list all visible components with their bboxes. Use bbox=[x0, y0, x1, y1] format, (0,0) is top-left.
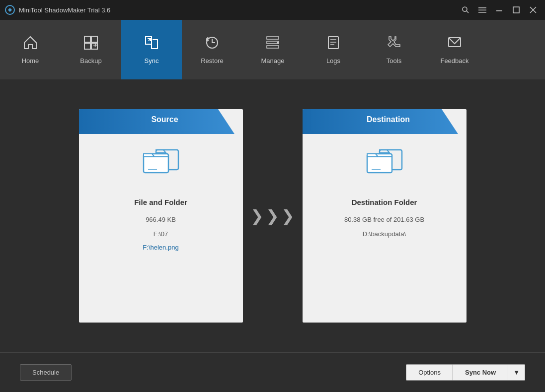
svg-rect-11 bbox=[91, 36, 97, 42]
nav-feedback[interactable]: Feedback bbox=[424, 20, 485, 79]
nav-backup-label: Backup bbox=[80, 57, 101, 65]
nav-home[interactable]: Home bbox=[0, 20, 61, 79]
dest-free-space: 80.38 GB free of 201.63 GB bbox=[344, 214, 424, 225]
source-size: 966.49 KB bbox=[134, 214, 187, 225]
svg-rect-13 bbox=[91, 43, 97, 49]
logs-icon bbox=[325, 35, 341, 53]
nav-backup[interactable]: Backup bbox=[61, 20, 121, 79]
dest-title: Destination Folder bbox=[344, 196, 424, 209]
minimize-button[interactable] bbox=[492, 3, 506, 17]
title-bar: MiniTool ShadowMaker Trial 3.6 bbox=[0, 0, 545, 20]
svg-line-2 bbox=[467, 11, 468, 13]
destination-card[interactable]: Destination Destination Folder 80.38 GB … bbox=[303, 109, 467, 323]
bottom-right-controls: Options Sync Now ▼ bbox=[406, 364, 525, 381]
maximize-button[interactable] bbox=[509, 3, 523, 17]
main-content: Source File and Folder 966.49 KB bbox=[0, 79, 545, 352]
app-logo bbox=[5, 5, 15, 15]
nav-logs[interactable]: Logs bbox=[303, 20, 364, 79]
source-info: File and Folder 966.49 KB F:\07 F:\helen… bbox=[134, 196, 187, 255]
nav-home-label: Home bbox=[22, 57, 39, 65]
svg-rect-3 bbox=[478, 7, 486, 8]
source-header-label: Source bbox=[143, 109, 178, 124]
dropdown-arrow-icon: ▼ bbox=[513, 369, 520, 376]
backup-icon bbox=[83, 35, 99, 53]
sync-icon bbox=[144, 35, 159, 53]
nav-bar: Home Backup Sync bbox=[0, 20, 545, 79]
dest-card-body: Destination Folder 80.38 GB free of 201.… bbox=[303, 124, 467, 323]
svg-rect-6 bbox=[496, 10, 502, 11]
title-bar-left: MiniTool ShadowMaker Trial 3.6 bbox=[5, 5, 110, 15]
nav-restore-label: Restore bbox=[201, 57, 224, 65]
feedback-icon bbox=[447, 35, 463, 53]
svg-point-19 bbox=[277, 42, 279, 44]
dest-info: Destination Folder 80.38 GB free of 201.… bbox=[344, 196, 424, 240]
arrow-section: ❯ ❯ ❯ bbox=[243, 208, 303, 224]
svg-rect-20 bbox=[328, 37, 338, 49]
dest-path: D:\backupdata\ bbox=[344, 228, 424, 240]
options-button[interactable]: Options bbox=[406, 364, 453, 381]
manage-icon bbox=[265, 35, 281, 53]
dest-header-label: Destination bbox=[359, 109, 410, 124]
menu-button[interactable] bbox=[475, 3, 489, 17]
app-title: MiniTool ShadowMaker Trial 3.6 bbox=[19, 6, 110, 14]
schedule-button[interactable]: Schedule bbox=[20, 364, 72, 381]
restore-icon bbox=[204, 35, 220, 53]
source-title: File and Folder bbox=[134, 196, 187, 209]
nav-sync-label: Sync bbox=[145, 57, 159, 65]
arrow-chevron-2: ❯ bbox=[266, 208, 279, 224]
svg-rect-12 bbox=[84, 43, 90, 49]
svg-rect-16 bbox=[267, 37, 279, 39]
svg-rect-18 bbox=[267, 46, 279, 48]
arrow-chevron-3: ❯ bbox=[281, 208, 295, 224]
nav-feedback-label: Feedback bbox=[440, 57, 468, 65]
nav-tools[interactable]: Tools bbox=[364, 20, 424, 79]
sync-now-dropdown-button[interactable]: ▼ bbox=[508, 364, 525, 381]
source-folder-icon bbox=[141, 144, 181, 181]
close-button[interactable] bbox=[526, 3, 540, 17]
nav-manage[interactable]: Manage bbox=[242, 20, 303, 79]
svg-rect-4 bbox=[478, 10, 486, 11]
nav-manage-label: Manage bbox=[261, 57, 285, 65]
source-path2[interactable]: F:\helen.png bbox=[143, 244, 178, 251]
nav-logs-label: Logs bbox=[326, 57, 340, 65]
arrows: ❯ ❯ ❯ bbox=[250, 208, 295, 224]
bottom-bar: Schedule Options Sync Now ▼ bbox=[0, 352, 545, 392]
search-button[interactable] bbox=[459, 3, 472, 17]
nav-tools-label: Tools bbox=[387, 57, 401, 65]
window-controls bbox=[459, 3, 540, 17]
source-path1: F:\07 bbox=[134, 228, 187, 240]
sync-now-button[interactable]: Sync Now bbox=[453, 364, 508, 381]
svg-point-1 bbox=[463, 7, 467, 11]
svg-rect-7 bbox=[513, 7, 519, 13]
home-icon bbox=[22, 35, 38, 53]
svg-rect-5 bbox=[478, 12, 486, 13]
arrow-chevron-1: ❯ bbox=[250, 208, 264, 224]
source-card-body: File and Folder 966.49 KB F:\07 F:\helen… bbox=[79, 124, 243, 323]
nav-sync[interactable]: Sync bbox=[121, 20, 182, 79]
svg-rect-10 bbox=[84, 36, 90, 42]
tools-icon bbox=[386, 35, 402, 53]
nav-restore[interactable]: Restore bbox=[182, 20, 242, 79]
source-card[interactable]: Source File and Folder 966.49 KB bbox=[79, 109, 243, 323]
dest-folder-icon bbox=[365, 144, 404, 181]
